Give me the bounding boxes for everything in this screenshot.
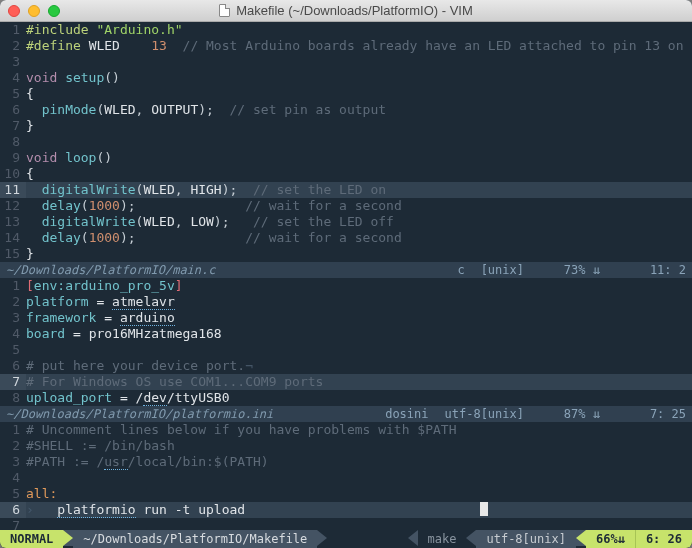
cursor	[480, 502, 488, 516]
code-text[interactable]: {	[26, 166, 692, 182]
chevron-right-icon	[317, 530, 327, 546]
code-text[interactable]	[26, 342, 692, 358]
pane-platformio-ini[interactable]: 1[env:arduino_pro_5v]2platform = atmelav…	[0, 278, 692, 406]
statusbar: NORMAL ~/Downloads/PlatformIO/Makefile m…	[0, 530, 692, 548]
code-line[interactable]: 1# Uncomment lines below if you have pro…	[0, 422, 692, 438]
code-text[interactable]: platform = atmelavr	[26, 294, 692, 310]
code-text[interactable]	[26, 54, 692, 70]
code-line[interactable]: 6 pinMode(WLED, OUTPUT); // set pin as o…	[0, 102, 692, 118]
line-number: 3	[0, 54, 26, 70]
code-text[interactable]: delay(1000); // wait for a second	[26, 230, 692, 246]
pane1-ft: c	[457, 262, 464, 278]
line-number: 4	[0, 470, 26, 486]
chevron-left-icon	[408, 530, 418, 546]
line-number: 6	[0, 358, 26, 374]
code-line[interactable]: 5	[0, 342, 692, 358]
code-text[interactable]: # put here your device port.¬	[26, 358, 692, 374]
code-text[interactable]: #SHELL := /bin/bash	[26, 438, 692, 454]
code-text[interactable]: void loop()	[26, 150, 692, 166]
line-number: 13	[0, 214, 26, 230]
line-number: 9	[0, 150, 26, 166]
pane-makefile[interactable]: 1# Uncomment lines below if you have pro…	[0, 422, 692, 530]
status-encoding: utf-8[unix]	[476, 530, 575, 548]
code-line[interactable]: 10{	[0, 166, 692, 182]
code-line[interactable]: 5all:	[0, 486, 692, 502]
code-text[interactable]: # Uncomment lines below if you have prob…	[26, 422, 692, 438]
code-line[interactable]: 6› platformio run -t upload	[0, 502, 692, 518]
line-number: 1	[0, 22, 26, 38]
code-text[interactable]: framework = arduino	[26, 310, 692, 326]
line-number: 7	[0, 118, 26, 134]
line-number: 7	[0, 518, 26, 530]
code-text[interactable]: upload_port = /dev/ttyUSB0	[26, 390, 692, 406]
code-line[interactable]: 9void loop()	[0, 150, 692, 166]
code-text[interactable]: }	[26, 246, 692, 262]
code-text[interactable]: all:	[26, 486, 692, 502]
code-line[interactable]: 2platform = atmelavr	[0, 294, 692, 310]
status-position: 6: 26	[635, 530, 692, 548]
code-line[interactable]: 7}	[0, 118, 692, 134]
code-line[interactable]: 11 digitalWrite(WLED, HIGH); // set the …	[0, 182, 692, 198]
window-title-text: Makefile (~/Downloads/PlatformIO) - VIM	[236, 3, 473, 18]
statusline-pane2: ~/Downloads/PlatformIO/platformio.ini do…	[0, 406, 692, 422]
code-line[interactable]: 12 delay(1000); // wait for a second	[0, 198, 692, 214]
code-line[interactable]: 8	[0, 134, 692, 150]
line-number: 2	[0, 38, 26, 54]
code-text[interactable]: #PATH := /usr/local/bin:$(PATH)	[26, 454, 692, 470]
code-text[interactable]: delay(1000); // wait for a second	[26, 198, 692, 214]
code-line[interactable]: 6# put here your device port.¬	[0, 358, 692, 374]
line-number: 15	[0, 246, 26, 262]
code-line[interactable]: 4board = pro16MHzatmega168	[0, 326, 692, 342]
code-line[interactable]: 8upload_port = /dev/ttyUSB0	[0, 390, 692, 406]
line-number: 11	[0, 182, 26, 198]
code-line[interactable]: 1#include "Arduino.h"	[0, 22, 692, 38]
code-text[interactable]: {	[26, 86, 692, 102]
code-line[interactable]: 3	[0, 54, 692, 70]
code-line[interactable]: 4	[0, 470, 692, 486]
code-text[interactable]	[26, 134, 692, 150]
code-line[interactable]: 3#PATH := /usr/local/bin:$(PATH)	[0, 454, 692, 470]
editor[interactable]: 1#include "Arduino.h"2#define WLED 13 //…	[0, 22, 692, 530]
code-line[interactable]: 14 delay(1000); // wait for a second	[0, 230, 692, 246]
pane2-ft: dosini	[385, 406, 428, 422]
code-line[interactable]: 1[env:arduino_pro_5v]	[0, 278, 692, 294]
status-filetype: make	[418, 530, 467, 548]
code-line[interactable]: 3framework = arduino	[0, 310, 692, 326]
code-text[interactable]: pinMode(WLED, OUTPUT); // set pin as out…	[26, 102, 692, 118]
code-line[interactable]: 2#SHELL := /bin/bash	[0, 438, 692, 454]
code-text[interactable]: [env:arduino_pro_5v]	[26, 278, 692, 294]
code-line[interactable]: 2#define WLED 13 // Most Arduino boards …	[0, 38, 692, 54]
code-text[interactable]: › platformio run -t upload	[26, 502, 692, 518]
line-number: 3	[0, 310, 26, 326]
code-text[interactable]	[26, 518, 692, 530]
titlebar[interactable]: Makefile (~/Downloads/PlatformIO) - VIM	[0, 0, 692, 22]
code-line[interactable]: 5{	[0, 86, 692, 102]
code-text[interactable]	[26, 470, 692, 486]
code-text[interactable]: }	[26, 118, 692, 134]
code-text[interactable]: digitalWrite(WLED, LOW); // set the LED …	[26, 214, 692, 230]
code-text[interactable]: #include "Arduino.h"	[26, 22, 692, 38]
code-line[interactable]: 13 digitalWrite(WLED, LOW); // set the L…	[0, 214, 692, 230]
line-number: 10	[0, 166, 26, 182]
line-number: 4	[0, 326, 26, 342]
code-text[interactable]: #define WLED 13 // Most Arduino boards a…	[26, 38, 692, 54]
code-text[interactable]: board = pro16MHzatmega168	[26, 326, 692, 342]
code-text[interactable]: void setup()	[26, 70, 692, 86]
line-number: 12	[0, 198, 26, 214]
line-number: 7	[0, 374, 26, 390]
chevron-left-icon	[576, 530, 586, 546]
code-text[interactable]: # For Windows OS use COM1...COM9 ports	[26, 374, 692, 390]
code-line[interactable]: 4void setup()	[0, 70, 692, 86]
line-number: 14	[0, 230, 26, 246]
pane1-enc: [unix]	[481, 262, 524, 278]
chevron-right-icon	[63, 530, 73, 546]
line-number: 6	[0, 502, 26, 518]
code-line[interactable]: 15}	[0, 246, 692, 262]
pane-main-c[interactable]: 1#include "Arduino.h"2#define WLED 13 //…	[0, 22, 692, 262]
pane1-pct: 73% ⇊	[540, 262, 600, 278]
line-number: 3	[0, 454, 26, 470]
line-number: 2	[0, 294, 26, 310]
code-text[interactable]: digitalWrite(WLED, HIGH); // set the LED…	[26, 182, 692, 198]
code-line[interactable]: 7	[0, 518, 692, 530]
code-line[interactable]: 7# For Windows OS use COM1...COM9 ports	[0, 374, 692, 390]
